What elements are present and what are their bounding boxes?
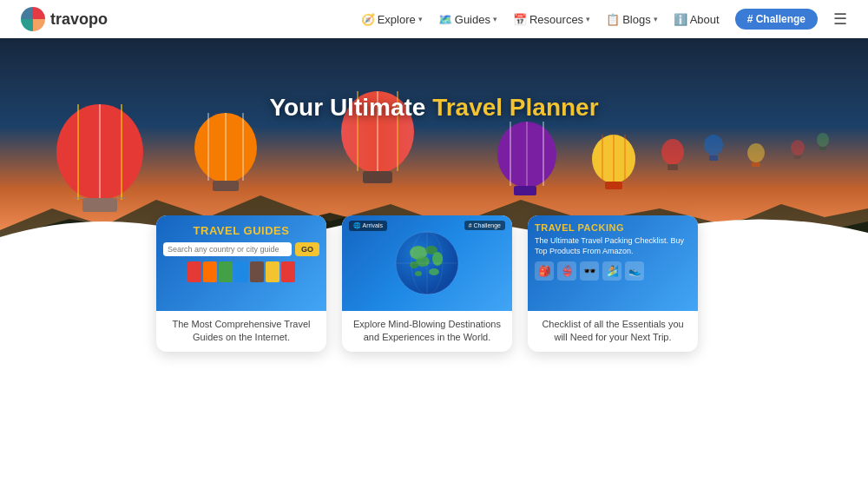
- book-7: [281, 261, 295, 282]
- search-input[interactable]: [163, 242, 292, 256]
- globe-card-image: 🌐 Arrivals # Challenge: [342, 215, 512, 311]
- balloon-far-right: [590, 135, 638, 195]
- travel-guides-card[interactable]: TRAVEL GUIDES GO The Most Comprehensive …: [156, 215, 326, 352]
- svg-point-32: [747, 143, 765, 162]
- svg-rect-35: [794, 155, 801, 159]
- svg-rect-29: [667, 164, 678, 170]
- svg-point-34: [791, 140, 805, 155]
- book-1: [187, 261, 201, 282]
- nav-links: 🧭 Explore ▾ 🗺️ Guides ▾ 📅 Resources ▾ 📋 …: [361, 9, 847, 30]
- chevron-down-icon: ▾: [654, 15, 658, 23]
- svg-point-45: [415, 271, 422, 276]
- balloon-distant-5: [816, 133, 830, 152]
- feature-cards: TRAVEL GUIDES GO The Most Comprehensive …: [156, 215, 712, 352]
- svg-rect-11: [213, 181, 239, 191]
- book-3: [219, 261, 233, 282]
- svg-rect-17: [363, 171, 392, 183]
- resources-icon: 📅: [513, 13, 527, 26]
- svg-point-43: [410, 261, 418, 268]
- travel-guides-card-image: TRAVEL GUIDES GO: [156, 215, 326, 311]
- svg-point-30: [704, 135, 723, 155]
- book-4: [234, 261, 248, 282]
- balloon-distant-2: [703, 135, 725, 165]
- svg-rect-27: [605, 182, 622, 189]
- globe-card[interactable]: 🌐 Arrivals # Challenge Explore Mind-Blow…: [342, 215, 512, 352]
- packing-description: The Ultimate Travel Packing Checklist. B…: [535, 236, 691, 256]
- packing-items: 🎒 👙 🕶️ 🏄 👟: [535, 261, 691, 281]
- logo[interactable]: travopo: [21, 7, 108, 31]
- travel-guides-title: TRAVEL GUIDES: [194, 224, 290, 237]
- globe-label-right: # Challenge: [464, 221, 505, 230]
- svg-rect-4: [82, 198, 117, 212]
- books-display: [187, 261, 295, 282]
- hamburger-icon[interactable]: ☰: [833, 10, 847, 29]
- map-icon: 🗺️: [438, 13, 452, 26]
- balloon-distant-4: [790, 140, 806, 161]
- book-6: [266, 261, 279, 282]
- packing-card[interactable]: TRAVEL PACKING The Ultimate Travel Packi…: [528, 215, 698, 352]
- packing-item-2: 👙: [557, 261, 576, 281]
- book-5: [250, 261, 264, 282]
- globe-caption: Explore Mind-Blowing Destinations and Ex…: [342, 311, 512, 352]
- svg-point-50: [410, 247, 427, 259]
- navbar: travopo 🧭 Explore ▾ 🗺️ Guides ▾ 📅 Resour…: [0, 0, 868, 38]
- svg-point-42: [432, 252, 443, 266]
- svg-point-44: [429, 268, 439, 275]
- globe-svg: [392, 228, 462, 298]
- compass-icon: 🧭: [361, 13, 375, 26]
- svg-rect-31: [709, 155, 718, 161]
- chevron-down-icon: ▾: [493, 15, 497, 23]
- nav-about[interactable]: ℹ️ About: [674, 13, 720, 26]
- nav-guides[interactable]: 🗺️ Guides ▾: [438, 13, 497, 26]
- travel-guides-caption: The Most Comprehensive Travel Guides on …: [156, 311, 326, 352]
- svg-point-36: [817, 133, 829, 147]
- hero-title: Your Ultimate Travel Planner: [0, 94, 868, 122]
- svg-rect-22: [514, 186, 536, 195]
- nav-explore[interactable]: 🧭 Explore ▾: [361, 13, 423, 26]
- packing-caption: Checklist of all the Essentials you will…: [528, 311, 698, 352]
- book-2: [203, 261, 217, 282]
- balloon-distant-3: [746, 143, 766, 169]
- packing-item-5: 👟: [625, 261, 644, 281]
- packing-item-3: 🕶️: [580, 261, 599, 281]
- globe-label-left: 🌐 Arrivals: [349, 221, 387, 231]
- nav-resources[interactable]: 📅 Resources ▾: [513, 13, 590, 26]
- go-button[interactable]: GO: [295, 242, 319, 256]
- blog-icon: 📋: [606, 13, 620, 26]
- chevron-down-icon: ▾: [418, 15, 423, 23]
- svg-rect-37: [819, 147, 826, 150]
- packing-card-image: TRAVEL PACKING The Ultimate Travel Packi…: [528, 215, 698, 311]
- chevron-down-icon: ▾: [586, 15, 590, 23]
- packing-title: TRAVEL PACKING: [535, 222, 691, 233]
- logo-icon: [21, 7, 45, 31]
- packing-item-4: 🏄: [602, 261, 621, 281]
- logo-text: travopo: [50, 10, 108, 29]
- balloon-distant-1: [660, 139, 686, 174]
- nav-blogs[interactable]: 📋 Blogs ▾: [606, 13, 658, 26]
- search-bar[interactable]: GO: [163, 242, 319, 256]
- svg-point-28: [661, 139, 684, 165]
- balloon-right: [495, 122, 560, 204]
- info-icon: ℹ️: [674, 13, 687, 26]
- packing-item-1: 🎒: [535, 261, 554, 281]
- balloon-center-left: [191, 113, 260, 200]
- challenge-button[interactable]: # Challenge: [735, 9, 818, 30]
- svg-rect-33: [752, 162, 760, 167]
